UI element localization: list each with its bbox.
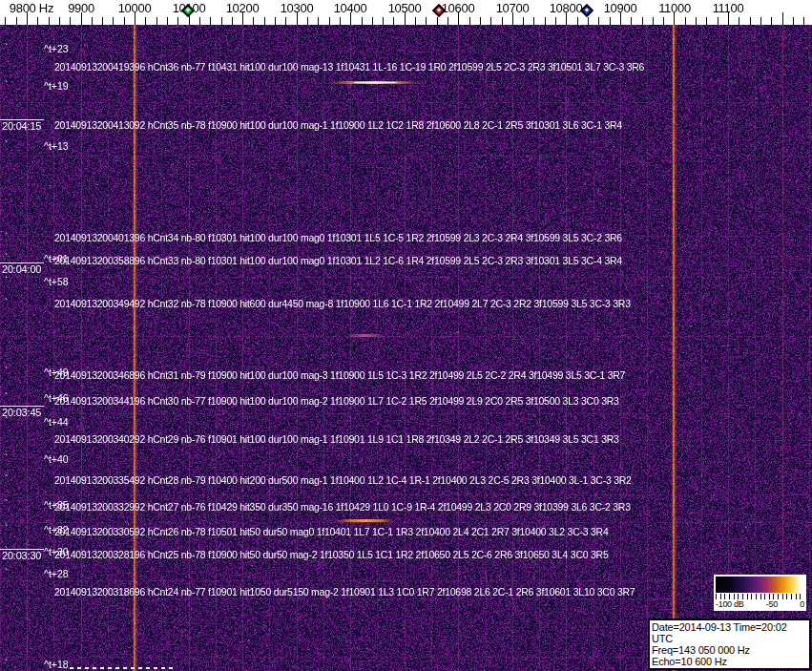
edge-tick: ` bbox=[5, 82, 8, 90]
edge-tick: ` bbox=[5, 455, 8, 463]
event-tag-t19: ^t+19 bbox=[44, 81, 69, 92]
edge-tick: ` bbox=[5, 501, 8, 509]
colorscale-labels: -100 dB -50 0 bbox=[716, 599, 804, 610]
detection-line-hcnt28: 20140913200335492 hCnt28 nb-79 f10400 hi… bbox=[54, 475, 632, 486]
info-station: HPHK bbox=[652, 667, 807, 670]
info-freq: Freq=143 050 000 Hz bbox=[652, 644, 807, 656]
edge-tick: ` bbox=[5, 661, 8, 668]
red-marker-center bbox=[437, 8, 441, 11]
spectrogram-app-window: 9800 Hz 9900 10000 10100 10200 10300 104… bbox=[0, 0, 812, 671]
event-tag-t58: ^t+58 bbox=[44, 277, 69, 287]
legend-label-max: 0 bbox=[800, 599, 804, 610]
time-label-200400: 20:04:00 bbox=[0, 262, 44, 275]
detection-line-hcnt29: 20140913200340292 hCnt29 nb-76 f10901 hi… bbox=[54, 434, 619, 445]
db-colorscale-legend: -100 dB -50 0 bbox=[714, 575, 806, 611]
frequency-ruler: 9800 Hz 9900 10000 10100 10200 10300 104… bbox=[0, 0, 812, 25]
event-tag-t13: ^t+13 bbox=[44, 141, 69, 152]
detection-line-hcnt30: 20140913200344196 hCnt30 nb-77 f10900 hi… bbox=[54, 396, 619, 407]
bottom-dashed-line bbox=[70, 667, 173, 669]
detection-line-hcnt36: 20140913200419396 hCnt36 nb-77 f10431 hi… bbox=[54, 62, 644, 73]
edge-tick: ` bbox=[5, 394, 8, 402]
legend-label-mid: -50 bbox=[766, 599, 778, 610]
edge-tick: ` bbox=[5, 142, 8, 150]
detection-line-hcnt33: 20140913200358896 hCnt33 nb-80 f10301 hi… bbox=[54, 256, 622, 266]
edge-tick: ` bbox=[5, 418, 8, 426]
legend-label-min: -100 dB bbox=[716, 599, 743, 610]
edge-tick: ` bbox=[5, 476, 8, 484]
blue-marker-center bbox=[585, 8, 589, 11]
detection-line-hcnt25: 20140913200328196 hCnt25 nb-78 f10900 hi… bbox=[54, 550, 609, 560]
colorscale-gradient bbox=[716, 577, 804, 593]
edge-tick: ` bbox=[5, 548, 8, 556]
edge-tick: ` bbox=[5, 234, 8, 241]
edge-tick: ` bbox=[5, 45, 8, 52]
event-tag-t18: ^t+18 bbox=[44, 660, 69, 670]
edge-tick: ` bbox=[5, 300, 8, 307]
detection-line-hcnt35: 20140913200413092 hCnt35 nb-78 f10900 hi… bbox=[54, 120, 622, 131]
detection-line-hcnt31: 20140913200346896 hCnt31 nb-79 f10900 hi… bbox=[54, 370, 625, 381]
edge-tick: ` bbox=[5, 368, 8, 376]
edge-tick: ` bbox=[5, 255, 8, 262]
edge-tick: ` bbox=[5, 278, 8, 285]
event-tag-t44: ^t+44 bbox=[44, 417, 69, 428]
freq-label-11100: 11100 bbox=[688, 1, 768, 15]
detection-line-hcnt26: 20140913200330592 hCnt26 nb-78 f10501 hi… bbox=[54, 527, 609, 537]
event-tag-t28: ^t+28 bbox=[44, 569, 69, 579]
info-date-time: Date=2014-09-13 Time=20:02 UTC bbox=[652, 621, 807, 644]
edge-tick: ` bbox=[5, 526, 8, 534]
status-info-box: Date=2014-09-13 Time=20:02 UTC Freq=143 … bbox=[648, 619, 811, 670]
green-marker-center bbox=[186, 8, 190, 11]
detection-line-hcnt34: 20140913200401396 hCnt34 nb-80 f10301 hi… bbox=[54, 233, 622, 243]
detection-line-hcnt24: 20140913200318696 hCnt24 nb-77 f10901 hi… bbox=[54, 587, 635, 598]
detection-line-hcnt27: 20140913200332992 hCnt27 nb-76 f10429 hi… bbox=[54, 502, 631, 513]
info-echo: Echo=10 600 Hz bbox=[652, 656, 807, 667]
detection-line-hcnt32: 20140913200349492 hCnt32 nb-78 f10900 hi… bbox=[54, 299, 631, 309]
edge-tick: ` bbox=[5, 570, 8, 577]
time-label-200415: 20:04:15 bbox=[0, 119, 44, 132]
event-tag-t23: ^t+23 bbox=[44, 44, 69, 54]
event-tag-t40: ^t+40 bbox=[44, 454, 69, 465]
